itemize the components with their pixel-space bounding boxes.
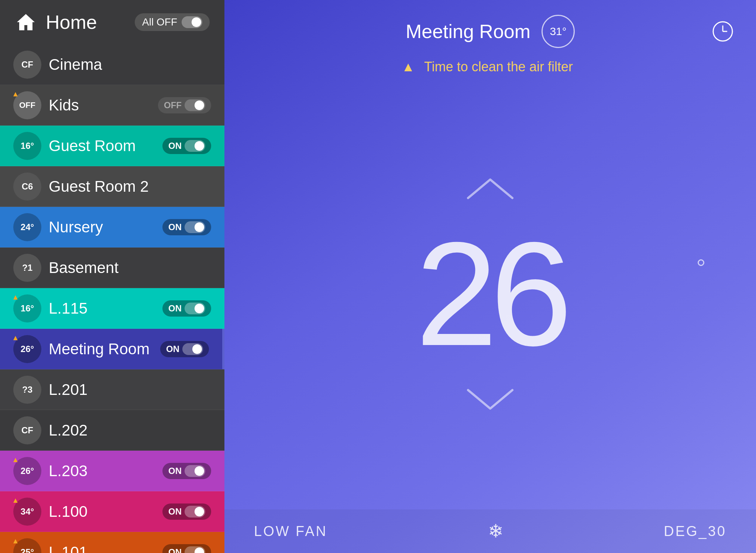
dot-indicator <box>698 259 704 266</box>
sidebar-item-nursery[interactable]: 24° Nursery ON <box>0 207 224 248</box>
sidebar-item-kids[interactable]: ▲ OFF Kids OFF <box>0 85 224 126</box>
sidebar-item-cinema[interactable]: CF Cinema <box>0 44 224 85</box>
toggle-nursery[interactable]: ON <box>162 219 211 235</box>
badge-meeting-room: ▲ 26° <box>13 335 41 363</box>
sidebar-item-l202[interactable]: CF L.202 <box>0 410 224 451</box>
room-list: CF Cinema ▲ OFF Kids OFF <box>0 44 224 553</box>
name-guest-room-2: Guest Room 2 <box>49 178 149 195</box>
name-basement: Basement <box>49 259 118 277</box>
svg-marker-0 <box>17 14 35 30</box>
warning-text: Time to clean the air filter <box>424 59 573 74</box>
badge-nursery: 24° <box>13 213 41 241</box>
badge-l115: ▲ 16° <box>13 294 41 322</box>
warning-icon-l101: ▲ <box>12 537 19 545</box>
fan-label: LOW FAN <box>254 523 327 539</box>
header-center: Meeting Room 31° <box>406 15 575 48</box>
mode-icon[interactable]: ❄ <box>488 520 504 542</box>
sidebar-item-l201[interactable]: ?3 L.201 <box>0 369 224 410</box>
sidebar: Home All OFF CF Cinema ▲ OFF <box>0 0 224 553</box>
name-l202: L.202 <box>49 421 87 439</box>
all-off-knob[interactable] <box>182 16 202 28</box>
sidebar-item-l203[interactable]: ▲ 26° L.203 ON <box>0 451 224 491</box>
toggle-kids[interactable]: OFF <box>158 97 211 113</box>
main-temp-badge: 31° <box>542 15 575 48</box>
badge-cinema: CF <box>13 51 41 79</box>
sidebar-item-guest-room[interactable]: 16° Guest Room ON <box>0 126 224 166</box>
badge-l203: ▲ 26° <box>13 457 41 485</box>
sidebar-header: Home All OFF <box>0 0 224 44</box>
clock-icon[interactable] <box>712 20 734 42</box>
toggle-meeting-room[interactable]: ON <box>160 341 209 357</box>
main-room-title: Meeting Room <box>406 20 530 42</box>
sidebar-item-basement[interactable]: ?1 Basement <box>0 248 224 288</box>
name-l101: L.101 <box>49 543 87 553</box>
warning-triangle-icon: ▲ <box>402 59 415 74</box>
warning-icon-l203: ▲ <box>12 455 19 464</box>
badge-l101: ▲ 25° <box>13 538 41 553</box>
all-off-toggle[interactable]: All OFF <box>135 13 210 31</box>
warning-bar: ▲ Time to clean the air filter <box>224 55 756 78</box>
warning-icon-meeting-room: ▲ <box>12 334 19 342</box>
name-nursery: Nursery <box>49 218 103 236</box>
home-icon <box>15 11 37 33</box>
main-header: Meeting Room 31° <box>224 0 756 55</box>
deg-label: DEG_30 <box>664 523 726 539</box>
badge-kids: ▲ OFF <box>13 91 41 119</box>
temp-up-button[interactable] <box>461 172 520 205</box>
temp-down-button[interactable] <box>461 383 520 416</box>
toggle-l115[interactable]: ON <box>162 300 211 317</box>
name-l201: L.201 <box>49 381 87 399</box>
sidebar-item-l101[interactable]: ▲ 25° L.101 ON <box>0 532 224 553</box>
toggle-guest-room[interactable]: ON <box>162 138 211 154</box>
name-l115: L.115 <box>49 300 87 317</box>
toggle-l203[interactable]: ON <box>162 463 211 479</box>
sidebar-item-l115[interactable]: ▲ 16° L.115 ON <box>0 288 224 329</box>
home-nav[interactable]: Home <box>15 11 97 33</box>
badge-l202: CF <box>13 416 41 444</box>
main-footer: LOW FAN ❄ DEG_30 <box>224 509 756 553</box>
badge-guest-room: 16° <box>13 132 41 160</box>
sidebar-item-meeting-room[interactable]: ▲ 26° Meeting Room ON <box>0 329 224 369</box>
warning-icon-l115: ▲ <box>12 293 19 301</box>
all-off-label: All OFF <box>142 16 177 28</box>
main-temp-value: 31° <box>550 25 566 38</box>
toggle-l101[interactable]: ON <box>162 544 211 553</box>
badge-basement: ?1 <box>13 254 41 282</box>
badge-l201: ?3 <box>13 376 41 404</box>
name-l100: L.100 <box>49 503 87 520</box>
name-cinema: Cinema <box>49 56 102 74</box>
name-l203: L.203 <box>49 462 87 480</box>
badge-guest-room-2: C6 <box>13 173 41 201</box>
name-meeting-room: Meeting Room <box>49 340 150 358</box>
main-panel: Meeting Room 31° ▲ Time to clean the air… <box>224 0 756 553</box>
toggle-l100[interactable]: ON <box>162 503 211 520</box>
temperature-display: 26 <box>416 220 565 368</box>
warning-icon-kids: ▲ <box>12 90 19 98</box>
temperature-controls: 26 <box>224 78 756 509</box>
sidebar-item-l100[interactable]: ▲ 34° L.100 ON <box>0 491 224 532</box>
badge-l100: ▲ 34° <box>13 498 41 526</box>
home-label: Home <box>46 11 97 33</box>
sidebar-item-guest-room-2[interactable]: C6 Guest Room 2 <box>0 166 224 207</box>
warning-icon-l100: ▲ <box>12 496 19 505</box>
name-guest-room: Guest Room <box>49 137 136 155</box>
name-kids: Kids <box>49 96 79 114</box>
